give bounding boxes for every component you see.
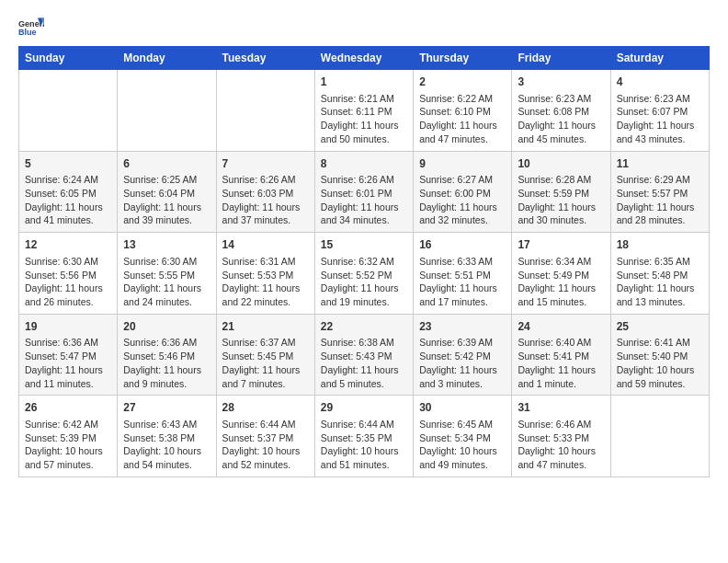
- cell-date-number: 3: [518, 75, 604, 90]
- cell-date-number: 31: [518, 400, 604, 416]
- cell-date-number: 1: [321, 75, 407, 90]
- cell-info: Sunrise: 6:28 AM Sunset: 5:59 PM Dayligh…: [518, 173, 604, 227]
- cell-date-number: 29: [321, 400, 407, 416]
- calendar-cell: [216, 70, 314, 152]
- cell-date-number: 27: [123, 400, 210, 416]
- cell-date-number: 21: [222, 319, 309, 335]
- calendar-cell: 3Sunrise: 6:23 AM Sunset: 6:08 PM Daylig…: [512, 70, 610, 152]
- calendar-cell: 31Sunrise: 6:46 AM Sunset: 5:33 PM Dayli…: [512, 396, 610, 477]
- weekday-header-monday: Monday: [118, 47, 216, 70]
- cell-date-number: 28: [222, 400, 309, 416]
- calendar-cell: 7Sunrise: 6:26 AM Sunset: 6:03 PM Daylig…: [216, 151, 314, 233]
- calendar-cell: 23Sunrise: 6:39 AM Sunset: 5:42 PM Dayli…: [414, 314, 512, 396]
- cell-date-number: 2: [419, 75, 506, 90]
- cell-info: Sunrise: 6:24 AM Sunset: 6:05 PM Dayligh…: [25, 173, 111, 227]
- cell-info: Sunrise: 6:46 AM Sunset: 5:33 PM Dayligh…: [518, 418, 604, 472]
- cell-info: Sunrise: 6:36 AM Sunset: 5:47 PM Dayligh…: [25, 336, 111, 390]
- cell-info: Sunrise: 6:27 AM Sunset: 6:00 PM Dayligh…: [419, 173, 506, 227]
- calendar-cell: 1Sunrise: 6:21 AM Sunset: 6:11 PM Daylig…: [314, 70, 413, 152]
- cell-date-number: 9: [419, 156, 506, 172]
- weekday-header-saturday: Saturday: [610, 47, 709, 70]
- calendar-week-1: 1Sunrise: 6:21 AM Sunset: 6:11 PM Daylig…: [19, 70, 710, 152]
- svg-text:Blue: Blue: [18, 28, 37, 37]
- logo: General Blue: [18, 15, 44, 40]
- header: General Blue: [18, 15, 710, 40]
- cell-info: Sunrise: 6:45 AM Sunset: 5:34 PM Dayligh…: [419, 418, 506, 472]
- cell-info: Sunrise: 6:30 AM Sunset: 5:56 PM Dayligh…: [25, 255, 111, 309]
- calendar-cell: 29Sunrise: 6:44 AM Sunset: 5:35 PM Dayli…: [314, 396, 413, 477]
- cell-date-number: 22: [321, 319, 407, 335]
- calendar-week-2: 5Sunrise: 6:24 AM Sunset: 6:05 PM Daylig…: [19, 151, 710, 233]
- cell-date-number: 24: [518, 319, 604, 335]
- cell-info: Sunrise: 6:32 AM Sunset: 5:52 PM Dayligh…: [321, 255, 407, 309]
- cell-info: Sunrise: 6:22 AM Sunset: 6:10 PM Dayligh…: [419, 92, 506, 146]
- cell-info: Sunrise: 6:23 AM Sunset: 6:08 PM Dayligh…: [518, 92, 604, 146]
- cell-info: Sunrise: 6:30 AM Sunset: 5:55 PM Dayligh…: [123, 255, 210, 309]
- cell-date-number: 4: [617, 75, 703, 90]
- cell-info: Sunrise: 6:29 AM Sunset: 5:57 PM Dayligh…: [617, 173, 703, 227]
- cell-date-number: 12: [25, 237, 111, 253]
- cell-info: Sunrise: 6:37 AM Sunset: 5:45 PM Dayligh…: [222, 336, 309, 390]
- cell-date-number: 18: [617, 237, 703, 253]
- calendar-cell: [19, 70, 118, 152]
- cell-date-number: 19: [25, 319, 111, 335]
- cell-date-number: 13: [123, 237, 210, 253]
- calendar-cell: 30Sunrise: 6:45 AM Sunset: 5:34 PM Dayli…: [414, 396, 512, 477]
- cell-info: Sunrise: 6:35 AM Sunset: 5:48 PM Dayligh…: [617, 255, 703, 309]
- calendar-cell: 21Sunrise: 6:37 AM Sunset: 5:45 PM Dayli…: [216, 314, 314, 396]
- cell-info: Sunrise: 6:39 AM Sunset: 5:42 PM Dayligh…: [419, 336, 506, 390]
- calendar-cell: 9Sunrise: 6:27 AM Sunset: 6:00 PM Daylig…: [414, 151, 512, 233]
- cell-info: Sunrise: 6:26 AM Sunset: 6:03 PM Dayligh…: [222, 173, 309, 227]
- cell-date-number: 16: [419, 237, 506, 253]
- cell-info: Sunrise: 6:21 AM Sunset: 6:11 PM Dayligh…: [321, 92, 407, 146]
- calendar-cell: 6Sunrise: 6:25 AM Sunset: 6:04 PM Daylig…: [118, 151, 216, 233]
- cell-info: Sunrise: 6:33 AM Sunset: 5:51 PM Dayligh…: [419, 255, 506, 309]
- cell-info: Sunrise: 6:43 AM Sunset: 5:38 PM Dayligh…: [123, 418, 210, 472]
- cell-info: Sunrise: 6:44 AM Sunset: 5:35 PM Dayligh…: [321, 418, 407, 472]
- calendar-cell: 25Sunrise: 6:41 AM Sunset: 5:40 PM Dayli…: [610, 314, 709, 396]
- calendar-cell: 18Sunrise: 6:35 AM Sunset: 5:48 PM Dayli…: [610, 233, 709, 315]
- cell-info: Sunrise: 6:40 AM Sunset: 5:41 PM Dayligh…: [518, 336, 604, 390]
- calendar-cell: 8Sunrise: 6:26 AM Sunset: 6:01 PM Daylig…: [314, 151, 413, 233]
- calendar-cell: 28Sunrise: 6:44 AM Sunset: 5:37 PM Dayli…: [216, 396, 314, 477]
- cell-info: Sunrise: 6:26 AM Sunset: 6:01 PM Dayligh…: [321, 173, 407, 227]
- logo-icon: General Blue: [18, 15, 44, 40]
- calendar-cell: [610, 396, 709, 477]
- cell-date-number: 25: [617, 319, 703, 335]
- calendar-cell: 2Sunrise: 6:22 AM Sunset: 6:10 PM Daylig…: [414, 70, 512, 152]
- weekday-header-wednesday: Wednesday: [314, 47, 413, 70]
- calendar-cell: 11Sunrise: 6:29 AM Sunset: 5:57 PM Dayli…: [610, 151, 709, 233]
- calendar-cell: 14Sunrise: 6:31 AM Sunset: 5:53 PM Dayli…: [216, 233, 314, 315]
- cell-date-number: 26: [25, 400, 111, 416]
- page-container: General Blue SundayMondayTuesdayWednesda…: [0, 0, 728, 487]
- calendar-cell: 24Sunrise: 6:40 AM Sunset: 5:41 PM Dayli…: [512, 314, 610, 396]
- weekday-header-tuesday: Tuesday: [216, 47, 314, 70]
- calendar-cell: 20Sunrise: 6:36 AM Sunset: 5:46 PM Dayli…: [118, 314, 216, 396]
- cell-date-number: 10: [518, 156, 604, 172]
- cell-date-number: 20: [123, 319, 210, 335]
- calendar-cell: 22Sunrise: 6:38 AM Sunset: 5:43 PM Dayli…: [314, 314, 413, 396]
- calendar-cell: 17Sunrise: 6:34 AM Sunset: 5:49 PM Dayli…: [512, 233, 610, 315]
- calendar-cell: 19Sunrise: 6:36 AM Sunset: 5:47 PM Dayli…: [19, 314, 118, 396]
- cell-info: Sunrise: 6:34 AM Sunset: 5:49 PM Dayligh…: [518, 255, 604, 309]
- cell-info: Sunrise: 6:31 AM Sunset: 5:53 PM Dayligh…: [222, 255, 309, 309]
- weekday-header-row: SundayMondayTuesdayWednesdayThursdayFrid…: [19, 47, 710, 70]
- calendar-cell: [118, 70, 216, 152]
- calendar-cell: 16Sunrise: 6:33 AM Sunset: 5:51 PM Dayli…: [414, 233, 512, 315]
- calendar-week-3: 12Sunrise: 6:30 AM Sunset: 5:56 PM Dayli…: [19, 233, 710, 315]
- cell-date-number: 5: [25, 156, 111, 172]
- calendar-cell: 15Sunrise: 6:32 AM Sunset: 5:52 PM Dayli…: [314, 233, 413, 315]
- cell-date-number: 11: [617, 156, 703, 172]
- cell-date-number: 7: [222, 156, 309, 172]
- cell-date-number: 8: [321, 156, 407, 172]
- cell-info: Sunrise: 6:42 AM Sunset: 5:39 PM Dayligh…: [25, 418, 111, 472]
- cell-info: Sunrise: 6:23 AM Sunset: 6:07 PM Dayligh…: [617, 92, 703, 146]
- cell-info: Sunrise: 6:38 AM Sunset: 5:43 PM Dayligh…: [321, 336, 407, 390]
- cell-date-number: 6: [123, 156, 210, 172]
- weekday-header-sunday: Sunday: [19, 47, 118, 70]
- calendar-cell: 26Sunrise: 6:42 AM Sunset: 5:39 PM Dayli…: [19, 396, 118, 477]
- calendar-week-5: 26Sunrise: 6:42 AM Sunset: 5:39 PM Dayli…: [19, 396, 710, 477]
- calendar-cell: 27Sunrise: 6:43 AM Sunset: 5:38 PM Dayli…: [118, 396, 216, 477]
- calendar-cell: 4Sunrise: 6:23 AM Sunset: 6:07 PM Daylig…: [610, 70, 709, 152]
- cell-date-number: 15: [321, 237, 407, 253]
